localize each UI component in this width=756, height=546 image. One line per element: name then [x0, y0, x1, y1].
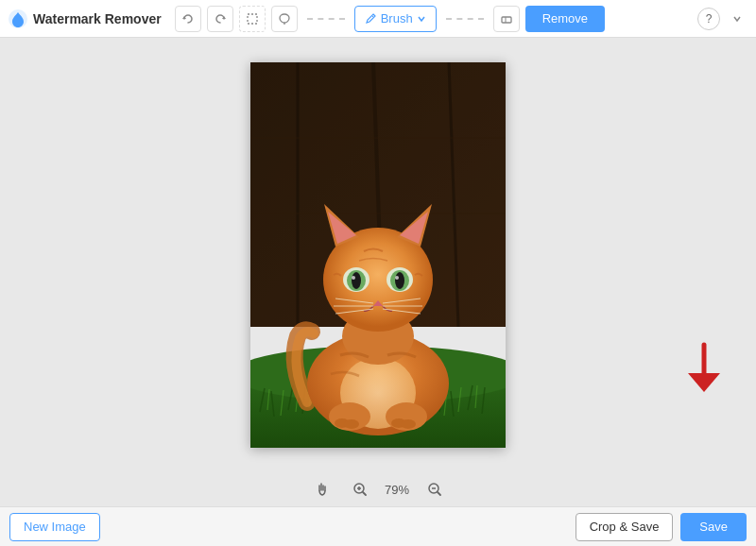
bottom-bar: New Image Crop & Save Save	[0, 506, 756, 546]
eraser-tool-button[interactable]	[493, 6, 520, 32]
svg-marker-63	[688, 373, 720, 392]
remove-button[interactable]: Remove	[525, 6, 605, 32]
brush-button[interactable]: Brush	[354, 6, 437, 32]
zoom-out-icon	[427, 482, 442, 497]
toolbar: Watermark Remover Brush	[0, 0, 756, 38]
app-logo-icon	[8, 9, 28, 29]
hand-tool-button[interactable]	[311, 478, 334, 501]
svg-line-70	[438, 492, 440, 495]
cat-image	[250, 62, 506, 448]
canvas-area	[0, 38, 756, 472]
zoom-in-icon	[352, 482, 368, 497]
brush-icon	[365, 12, 377, 25]
zoom-in-button[interactable]	[349, 478, 371, 501]
image-container	[250, 62, 506, 448]
select-icon	[246, 12, 259, 26]
zoom-percent: 79%	[381, 483, 414, 497]
svg-point-40	[401, 419, 416, 429]
brush-chevron-icon	[417, 14, 426, 24]
save-button[interactable]: Save	[680, 513, 747, 541]
new-image-button[interactable]: New Image	[9, 513, 100, 541]
help-button[interactable]: ?	[697, 8, 720, 30]
lasso-tool-button[interactable]	[271, 6, 298, 32]
svg-point-50	[352, 276, 355, 280]
svg-point-49	[352, 272, 361, 289]
svg-point-38	[344, 419, 359, 429]
brush-label: Brush	[381, 11, 413, 26]
app-title: Watermark Remover	[33, 11, 162, 26]
redo-icon	[214, 12, 227, 26]
more-button[interactable]	[726, 8, 748, 30]
toolbar-dashed-divider	[307, 18, 345, 20]
lasso-icon	[278, 12, 291, 26]
zoom-out-button[interactable]	[423, 478, 446, 501]
select-tool-button[interactable]	[239, 6, 266, 32]
undo-button[interactable]	[175, 6, 201, 32]
svg-line-67	[363, 492, 366, 495]
app-logo-area: Watermark Remover	[8, 9, 162, 29]
svg-rect-6	[502, 17, 511, 23]
crop-save-button[interactable]: Crop & Save	[576, 513, 674, 541]
svg-point-54	[395, 276, 399, 280]
svg-point-53	[395, 272, 404, 289]
zoom-bar: 79%	[0, 472, 756, 506]
hand-icon	[315, 482, 330, 497]
toolbar-dashed-divider-2	[446, 18, 484, 20]
svg-line-5	[371, 16, 373, 18]
eraser-icon	[500, 12, 513, 26]
svg-rect-3	[248, 14, 257, 24]
undo-icon	[181, 12, 195, 26]
more-icon	[730, 12, 744, 26]
redo-button[interactable]	[207, 6, 233, 32]
save-arrow-indicator	[680, 340, 728, 387]
